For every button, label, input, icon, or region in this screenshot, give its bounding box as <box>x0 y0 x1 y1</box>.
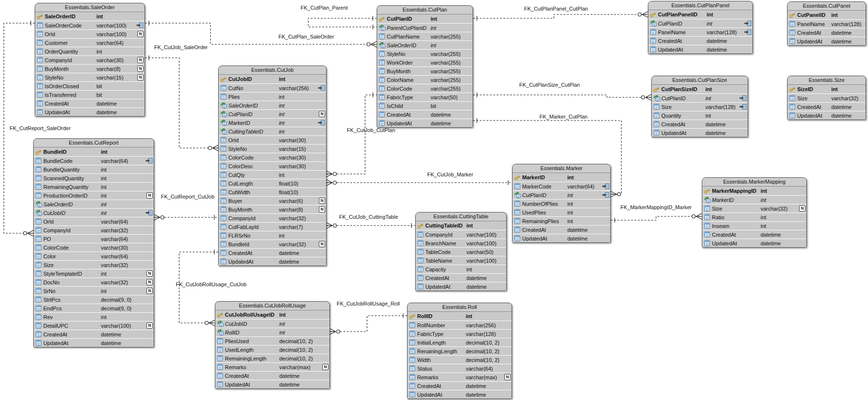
column-row-plies[interactable]: Pliesint <box>219 92 326 101</box>
column-row-sr-no[interactable]: SrNointN <box>34 286 154 295</box>
column-row-cut-length[interactable]: CutLengthfloat(10) <box>219 179 326 187</box>
column-row-marker-mapping-id[interactable]: MarkerMappingIDint <box>702 187 806 195</box>
table-title[interactable]: Essentials.CutPlan <box>377 6 473 14</box>
column-row-color-desc[interactable]: ColorDescvarchar(30) <box>219 161 326 170</box>
column-row-capacity[interactable]: Capacityint <box>416 265 506 273</box>
column-row-renaining-length[interactable]: RenainingLengthdecimal(10, 2) <box>408 347 512 355</box>
column-row-cut-job-id[interactable]: CutJobIDint <box>34 208 154 217</box>
column-row-marker-id[interactable]: MarkerIDint <box>219 118 326 127</box>
table-title[interactable]: Essentials.MarkerMapping <box>702 178 806 187</box>
table-title[interactable]: Essentials.SaleOrder <box>35 3 145 12</box>
column-row-parent-cut-plan-id[interactable]: ParentCutPlanIDint <box>377 23 473 32</box>
column-row-sale-order-id[interactable]: SaleOrderIDint <box>219 101 326 109</box>
table-marker[interactable]: Essentials.MarkerMarkerIDintMarkerCodeva… <box>512 164 611 243</box>
column-row-cut-qty[interactable]: CutQtyint <box>219 170 326 179</box>
column-row-cut-job-id[interactable]: CutJobIDint <box>215 319 329 328</box>
relationship-line-fk-cut-job-cut-plan[interactable] <box>327 95 377 174</box>
column-row-or-id[interactable]: OrIdvarchar(30) <box>219 135 326 144</box>
column-row-color-code[interactable]: ColorCodevarchar(30) <box>219 153 326 161</box>
column-row-marker-code[interactable]: MarkerCodevarchar(64) <box>513 182 610 190</box>
column-row-remaining-plies[interactable]: RemainingPliesint <box>513 216 610 225</box>
column-row-cut-plan-id[interactable]: CutPlanIDintN <box>219 109 326 118</box>
column-row-updated-at[interactable]: UpdatedAtdatetime <box>788 111 866 120</box>
column-row-cutting-table-id[interactable]: CuttingTableIDint <box>219 127 326 135</box>
relationship-line-fk-cut-job-roll-usage-roll[interactable] <box>330 316 407 332</box>
relationship-line-fk-cut-plan-parent[interactable] <box>308 18 377 27</box>
column-row-inseam[interactable]: Inseamint <box>702 221 806 230</box>
column-row-updated-at[interactable]: UpdatedAtdatetime <box>408 390 512 399</box>
column-row-used-length[interactable]: UsedLengthdecimal(10, 2) <box>215 345 329 354</box>
column-row-updated-at[interactable]: UpdatedAtdatetime <box>219 257 326 266</box>
column-row-company-id[interactable]: CompanyIdvarchar(100) <box>416 230 506 239</box>
column-row-number-of-plies[interactable]: NumberOfPliesint <box>513 199 610 208</box>
column-row-roll-id[interactable]: RollIDint <box>215 328 329 336</box>
column-row-sale-order-code[interactable]: SaleOrderCodevarchar(100) <box>35 21 145 29</box>
column-row-created-at[interactable]: CreatedAtdatetime <box>34 330 154 338</box>
table-cut-plan-panel[interactable]: Essentials.CutPlanPanelCutPlanPanelIDint… <box>648 1 753 54</box>
column-row-style-no[interactable]: StyleNovarchar(255) <box>377 49 473 58</box>
table-title[interactable]: Essentials.CutPanel <box>788 2 866 11</box>
diagram-canvas[interactable]: FK_CutPlan_ParentFK_CutPlanPanel_CutPlan… <box>0 0 868 400</box>
column-row-cutting-table-id[interactable]: CuttingTableIDint <box>416 221 506 230</box>
column-row-marker-id[interactable]: MarkerIDint <box>702 195 806 204</box>
column-row-work-order[interactable]: WorkOrdervarchar(255) <box>377 58 473 67</box>
column-row-strt-pcs[interactable]: StrtPcsdecimal(9, 0) <box>34 295 154 304</box>
table-cut-job[interactable]: Essentials.CutJobCutJobIDintCutNovarchar… <box>218 66 327 266</box>
column-row-updated-at[interactable]: UpdatedAtdatetime <box>34 338 154 347</box>
column-row-remarks[interactable]: Remarksvarchar(max)N <box>408 373 512 381</box>
column-row-initial-length[interactable]: InitialLengthdecimal(10, 2) <box>408 338 512 347</box>
relationship-line-fk-cut-job-roll-usage-cut-job[interactable] <box>179 252 218 323</box>
column-row-created-at[interactable]: CreatedAtdatetime <box>416 273 506 282</box>
table-roll[interactable]: Essentials.RollRollIDintRollNumbervarcha… <box>407 303 512 399</box>
column-row-updated-at[interactable]: UpdatedAtdatetime <box>416 282 506 291</box>
column-row-or-id[interactable]: OrIdvarchar(64) <box>34 217 154 226</box>
column-row-rev[interactable]: Revint <box>34 312 154 321</box>
table-cut-plan-size[interactable]: Essentials.CutPlanSizeCutPlanSizeIDintCu… <box>651 76 748 137</box>
table-title[interactable]: Essentials.Roll <box>408 303 512 312</box>
table-title[interactable]: Essentials.CutPlanPanel <box>648 1 752 10</box>
column-row-cut-plan-id[interactable]: CutPlanIDint <box>648 19 752 27</box>
column-row-buyer[interactable]: Buyervarchar(6)N <box>219 196 326 205</box>
column-row-sale-order-id[interactable]: SaleOrderIDint <box>34 200 154 208</box>
column-row-panel-name[interactable]: PanelNamevarchar(128) <box>648 27 752 36</box>
column-row-style-no[interactable]: StyleNovarchar(15) <box>219 144 326 153</box>
table-cutting-table[interactable]: Essentials.CuttingTableCuttingTableIDint… <box>415 212 507 291</box>
table-size[interactable]: Essentials.SizeSizeIDintSizevarchar(32)C… <box>787 76 866 120</box>
column-row-remaining-quantity[interactable]: RemainingQuantityint <box>34 182 154 191</box>
column-row-fabric-type[interactable]: FabricTypevarchar(128) <box>408 329 512 338</box>
column-row-cut-no[interactable]: CutNovarchar(256) <box>219 83 326 92</box>
column-row-updated-at[interactable]: UpdatedAtdatetime <box>648 45 752 53</box>
column-row-ratio[interactable]: Ratioint <box>702 213 806 221</box>
column-row-size[interactable]: Sizevarchar(32) <box>34 260 154 269</box>
column-row-updated-at[interactable]: UpdatedAtdatetime <box>652 128 748 137</box>
column-row-color[interactable]: Colorvarchar(64) <box>34 252 154 260</box>
column-row-order-quantity[interactable]: OrderQuantityint <box>35 47 145 55</box>
column-row-branch-name[interactable]: BranchNamevarchar(100) <box>416 239 506 247</box>
column-row-status[interactable]: Statusvarchar(64) <box>408 364 512 373</box>
column-row-is-child[interactable]: IsChildbit <box>377 101 473 110</box>
column-row-flrsr-no[interactable]: FLRSrNoint <box>219 231 326 240</box>
column-row-size-id[interactable]: SizeIDint <box>788 85 866 93</box>
column-row-cut-plan-name[interactable]: CutPlanNamevarchar(255) <box>377 32 473 40</box>
column-row-bundle-id[interactable]: BundleIDint <box>34 147 154 156</box>
column-row-updated-at[interactable]: UpdatedAtdatetime <box>702 239 806 247</box>
column-row-updated-at[interactable]: UpdatedAtdatetime <box>377 119 473 127</box>
column-row-remarks[interactable]: Remarksvarchar(max)N <box>215 362 329 371</box>
table-cut-panel[interactable]: Essentials.CutPanelCutPanelIDintPanelNam… <box>787 1 866 46</box>
column-row-fabric-type[interactable]: FabricTypevarchar(50) <box>377 93 473 101</box>
column-row-cut-width[interactable]: CutWidthfloat(10) <box>219 187 326 196</box>
table-title[interactable]: Essentials.CuttingTable <box>416 213 506 221</box>
column-row-roll-number[interactable]: RollNumbervarchar(256) <box>408 320 512 329</box>
column-row-marker-id[interactable]: MarkerIDint <box>513 173 610 182</box>
column-row-scanned-quantity[interactable]: ScannedQuantityint <box>34 173 154 182</box>
column-row-end-pcs[interactable]: EndPcsdecimal(9, 0) <box>34 304 154 312</box>
table-title[interactable]: Essentials.Size <box>788 76 866 85</box>
column-row-size[interactable]: Sizevarchar(128) <box>652 102 748 111</box>
column-row-created-at[interactable]: CreatedAtdatetime <box>215 371 329 380</box>
table-cut-job-roll-usage[interactable]: Essentials.CutJobRollUsageCutJobRollUsag… <box>215 301 330 389</box>
column-row-customer[interactable]: Customervarchar(64) <box>35 38 145 47</box>
column-row-created-at[interactable]: CreatedAtdatetime <box>219 248 326 257</box>
table-cut-plan[interactable]: Essentials.CutPlanCutPlanIDintParentCutP… <box>377 5 473 128</box>
column-row-is-order-closed[interactable]: IsOrderClosedbit <box>35 81 145 90</box>
column-row-cut-job-id[interactable]: CutJobIDint <box>219 75 326 83</box>
